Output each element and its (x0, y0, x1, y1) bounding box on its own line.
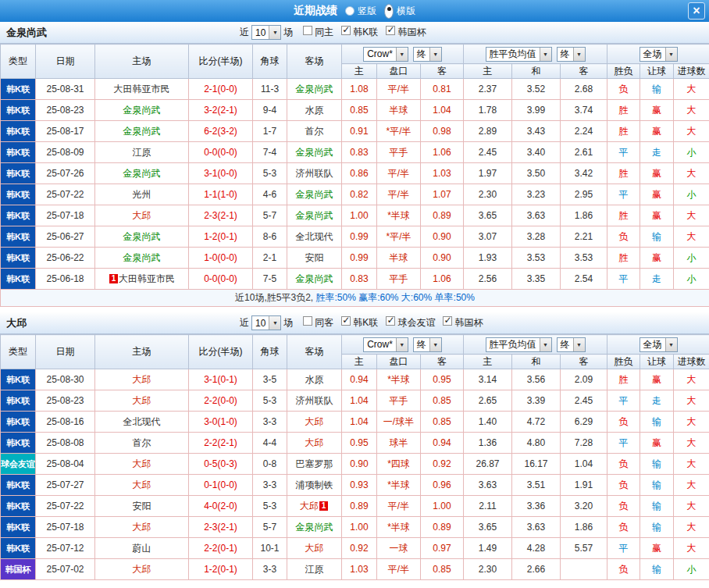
match-row: 韩K联25-06-181大田韩亚市民0-0(0-0)7-5金泉尚武0.83平手1… (1, 269, 709, 290)
team-name[interactable]: 大邱 (133, 374, 151, 385)
team-name[interactable]: 金泉尚武 (123, 231, 161, 242)
team-name[interactable]: 大田韩亚市民 (114, 84, 170, 94)
col-goals: 进球数 (674, 64, 709, 79)
crow-home-odds-cell: 1.00 (342, 517, 377, 538)
team-name[interactable]: 济州联队 (296, 395, 333, 406)
avg-time-select[interactable]: 终▼ (557, 47, 586, 62)
team-name[interactable]: 全北现代 (296, 231, 333, 242)
match-row: 韩国杯25-07-02大邱1-2(0-1)3-3江原1.03平/半0.852.3… (1, 559, 709, 580)
layout-option-vertical[interactable]: 竖版 (345, 5, 376, 18)
handicap-result-cell: 走 (640, 142, 674, 163)
team-name[interactable]: 江原 (133, 147, 151, 158)
team-name[interactable]: 蔚山 (133, 543, 151, 554)
corners-cell: 4-6 (253, 184, 287, 205)
filter-checkbox[interactable] (341, 316, 351, 326)
league-type-cell: 韩K联 (1, 226, 36, 248)
team-name[interactable]: 金泉尚武 (123, 105, 161, 116)
team-name[interactable]: 大邱 (305, 543, 324, 554)
team-name[interactable]: 大田韩亚市民 (119, 273, 175, 284)
vertical-radio[interactable] (345, 6, 354, 16)
team-name[interactable]: 安阳 (305, 252, 324, 263)
crow-home-odds-cell: 0.92 (342, 538, 377, 559)
team-name[interactable]: 首尔 (305, 126, 324, 137)
layout-option-horizontal[interactable]: 横版 (384, 4, 415, 19)
filter-checkbox[interactable] (341, 26, 351, 35)
avg-home-odds-cell: 26.87 (464, 454, 512, 475)
avg-odds-select[interactable]: 胜平负均值▼ (486, 337, 552, 352)
team-name[interactable]: 金泉尚武 (296, 189, 333, 200)
horizontal-radio[interactable] (384, 4, 394, 19)
crow-handicap-cell: 半球 (377, 100, 421, 121)
filter-checkbox[interactable] (443, 316, 452, 326)
team-name[interactable]: 全北现代 (123, 416, 161, 427)
filter-checkbox[interactable] (303, 26, 312, 35)
crow-home-odds-cell: 0.82 (342, 184, 377, 205)
team-name[interactable]: 济州联队 (296, 168, 333, 179)
home-team-cell: 金泉尚武 (95, 226, 189, 248)
col-crow-away: 客 (421, 64, 464, 79)
bookmaker-select[interactable]: Crow*▼ (363, 337, 408, 352)
filter-checkbox[interactable] (303, 316, 312, 326)
team-name[interactable]: 水原 (305, 374, 324, 385)
filters-1: 近 10 ▼ 场 同主韩K联韩国杯 (237, 25, 426, 40)
avg-home-odds-cell: 2.56 (464, 269, 512, 290)
goals-cell: 大 (674, 226, 709, 248)
match-date-cell: 25-07-27 (36, 475, 95, 496)
corners-cell: 3-5 (253, 369, 287, 390)
team-name[interactable]: 光州 (133, 189, 151, 200)
team-name[interactable]: 大邱 (133, 210, 151, 221)
team-name[interactable]: 安阳 (133, 501, 151, 511)
vertical-radio-label[interactable]: 竖版 (358, 5, 376, 18)
filter-checkbox-label[interactable]: 韩K联 (353, 317, 378, 328)
score-cell: 1-0(0-0) (189, 248, 253, 269)
team-name[interactable]: 金泉尚武 (296, 273, 333, 284)
away-team-cell: 浦项制铁 (287, 475, 342, 496)
team-name[interactable]: 金泉尚武 (123, 252, 161, 263)
team-name[interactable]: 大邱 (300, 501, 319, 511)
team-name[interactable]: 大邱 (305, 416, 324, 427)
team-name[interactable]: 大邱 (133, 395, 151, 406)
corners-cell: 4-4 (253, 433, 287, 454)
team-name[interactable]: 金泉尚武 (123, 168, 161, 179)
crow-handicap-cell: 平/半 (377, 79, 421, 100)
avg-time-select[interactable]: 终▼ (557, 337, 586, 352)
team-name[interactable]: 金泉尚武 (296, 522, 333, 533)
match-date-cell: 25-07-12 (36, 538, 95, 559)
team-name[interactable]: 巴塞罗那 (296, 458, 333, 469)
filter-checkbox-label[interactable]: 韩K联 (353, 27, 378, 37)
close-icon[interactable]: × (688, 2, 705, 20)
filter-checkbox-label[interactable]: 韩国杯 (454, 317, 483, 328)
team-name[interactable]: 江原 (305, 564, 324, 575)
team-name[interactable]: 金泉尚武 (296, 84, 333, 94)
match-count-select[interactable]: 10 ▼ (251, 315, 281, 330)
match-count-select[interactable]: 10 ▼ (251, 25, 281, 40)
crow-handicap-cell: 一/球半 (377, 412, 421, 433)
team-name[interactable]: 大邱 (305, 437, 324, 448)
horizontal-radio-label[interactable]: 横版 (397, 5, 415, 18)
scope-select[interactable]: 全场▼ (640, 47, 678, 62)
team-name[interactable]: 大邱 (133, 522, 151, 533)
league-type-cell: 韩K联 (1, 517, 36, 538)
team-name[interactable]: 浦项制铁 (296, 479, 333, 490)
team-name[interactable]: 首尔 (133, 437, 151, 448)
scope-select[interactable]: 全场▼ (640, 337, 678, 352)
team-name[interactable]: 金泉尚武 (296, 210, 333, 221)
avg-odds-select[interactable]: 胜平负均值▼ (486, 47, 552, 62)
odds-time-select[interactable]: 终▼ (413, 337, 442, 352)
team-name[interactable]: 大邱 (133, 564, 151, 575)
team-name[interactable]: 大邱 (133, 479, 151, 490)
filter-checkbox[interactable] (386, 316, 395, 326)
filter-checkbox-label[interactable]: 同主 (315, 27, 333, 37)
corners-cell: 10-1 (253, 538, 287, 559)
filter-checkbox-label[interactable]: 韩国杯 (397, 27, 426, 37)
filter-checkbox-label[interactable]: 球会友谊 (397, 317, 435, 328)
match-date-cell: 25-08-31 (36, 79, 95, 100)
filter-checkbox-label[interactable]: 同客 (315, 317, 333, 328)
filter-checkbox[interactable] (386, 26, 395, 35)
team-name[interactable]: 大邱 (133, 458, 151, 469)
odds-time-select[interactable]: 终▼ (413, 47, 442, 62)
team-name[interactable]: 水原 (305, 105, 324, 116)
team-name[interactable]: 金泉尚武 (123, 126, 161, 137)
team-name[interactable]: 金泉尚武 (296, 147, 333, 158)
bookmaker-select[interactable]: Crow*▼ (363, 47, 408, 62)
